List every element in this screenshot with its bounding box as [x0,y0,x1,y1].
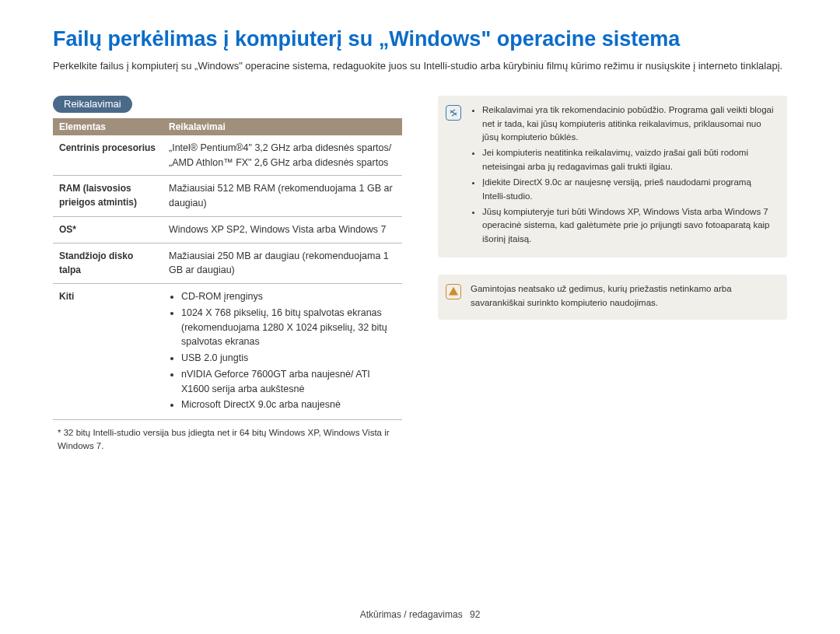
requirements-badge: Reikalavimai [53,96,132,113]
table-row: OS* Windows XP SP2, Windows Vista arba W… [53,216,402,243]
row-label: OS* [53,216,163,243]
list-item: Jei kompiuteris neatitinka reikalavimų, … [482,146,776,174]
col-header-requirement: Reikalavimai [163,118,402,135]
list-item: Reikalavimai yra tik rekomendacinio pobū… [482,103,776,145]
col-header-element: Elementas [53,118,163,135]
list-item: CD-ROM įrenginys [181,289,396,304]
list-item: Jūsų kompiuteryje turi būti Windows XP, … [482,205,776,247]
footer-section: Atkūrimas / redagavimas [360,609,463,620]
list-item: Įdiekite DirectX 9.0c ar naujesnę versij… [482,176,776,204]
table-row: Kiti CD-ROM įrenginys 1024 X 768 pikseli… [53,284,402,420]
info-icon [446,105,461,121]
table-row: Centrinis procesorius „Intel® Pentium®4"… [53,135,402,176]
warning-note-box: Gamintojas neatsako už gedimus, kurių pr… [438,275,787,320]
page-title: Failų perkėlimas į kompiuterį su „Window… [53,27,787,51]
list-item: USB 2.0 jungtis [181,351,396,366]
warning-icon [446,284,461,299]
row-label: Standžiojo disko talpa [53,243,163,284]
table-row: RAM (laisvosios prieigos atmintis) Mažia… [53,176,402,217]
page-number: 92 [470,609,480,620]
row-value: „Intel® Pentium®4" 3,2 GHz arba didesnės… [163,135,402,176]
row-label: Centrinis procesorius [53,135,163,176]
row-label: Kiti [53,284,163,420]
row-value: CD-ROM įrenginys 1024 X 768 pikselių, 16… [163,284,402,420]
row-value: Windows XP SP2, Windows Vista arba Windo… [163,216,402,243]
intro-text: Perkelkite failus į kompiuterį su „Windo… [53,59,787,74]
footnote: * 32 bitų Intelli-studio versija bus įdi… [53,426,402,454]
row-value: Mažiausiai 250 MB ar daugiau (rekomenduo… [163,243,402,284]
warning-text: Gamintojas neatsako už gedimus, kurių pr… [471,282,776,310]
row-value: Mažiausiai 512 MB RAM (rekomenduojama 1 … [163,176,402,217]
svg-point-0 [453,293,453,294]
list-item: Microsoft DirectX 9.0c arba naujesnė [181,398,396,412]
row-label: RAM (laisvosios prieigos atmintis) [53,176,163,217]
requirements-table: Elementas Reikalavimai Centrinis proceso… [53,118,402,420]
table-row: Standžiojo disko talpa Mažiausiai 250 MB… [53,243,402,284]
list-item: 1024 X 768 pikselių, 16 bitų spalvotas e… [181,306,396,349]
list-item: nVIDIA Geforce 7600GT arba naujesnė/ ATI… [181,367,396,397]
page-footer: Atkūrimas / redagavimas 92 [0,609,840,620]
info-note-box: Reikalavimai yra tik rekomendacinio pobū… [438,96,787,257]
